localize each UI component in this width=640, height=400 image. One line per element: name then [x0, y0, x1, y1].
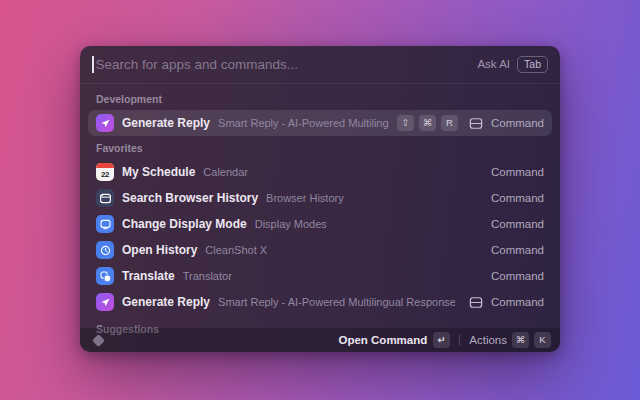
ask-ai-button[interactable]: Ask AI Tab — [477, 56, 548, 73]
k-key-badge: K — [534, 332, 551, 348]
shift-key-badge: ⇧ — [397, 115, 414, 131]
smart-reply-icon — [96, 293, 114, 311]
item-type-label: Command — [491, 117, 544, 129]
item-title: My Schedule — [122, 165, 195, 179]
launcher-window: Ask AI Tab Development Generate Reply Sm… — [80, 46, 560, 352]
item-type-label: Command — [491, 166, 544, 178]
item-subtitle: Display Modes — [255, 218, 327, 230]
translate-icon — [96, 267, 114, 285]
item-subtitle: Calendar — [203, 166, 248, 178]
item-type-label: Command — [491, 192, 544, 204]
results-list: Development Generate Reply Smart Reply -… — [80, 84, 560, 336]
actions-label: Actions — [469, 334, 507, 346]
open-command-label: Open Command — [338, 334, 427, 346]
item-title: Change Display Mode — [122, 217, 247, 231]
clock-history-icon — [96, 241, 114, 259]
display-mode-icon — [96, 215, 114, 233]
item-subtitle: Smart Reply - AI-Powered Multilingual Re… — [218, 296, 455, 308]
actions-button[interactable]: Actions ⌘ K — [469, 332, 551, 348]
calendar-icon: 22 — [96, 163, 114, 181]
command-key-badge: ⌘ — [419, 115, 436, 131]
window-icon — [469, 117, 483, 130]
open-command-button[interactable]: Open Command ↵ — [338, 332, 450, 348]
item-title: Open History — [122, 243, 197, 257]
item-type-label: Command — [491, 218, 544, 230]
footer-divider — [459, 334, 460, 346]
item-type-label: Command — [491, 270, 544, 282]
item-type-label: Command — [491, 244, 544, 256]
item-subtitle: Translator — [183, 270, 232, 282]
section-header-development: Development — [96, 92, 544, 106]
ask-ai-label: Ask AI — [477, 58, 510, 70]
list-item-translate[interactable]: Translate Translator Command — [88, 263, 552, 289]
list-item-generate-reply-fav[interactable]: Generate Reply Smart Reply - AI-Powered … — [88, 289, 552, 315]
return-key-badge: ↵ — [433, 332, 450, 348]
browser-history-icon — [96, 189, 114, 207]
footer-bar: Open Command ↵ Actions ⌘ K — [80, 327, 560, 352]
smart-reply-icon — [96, 114, 114, 132]
list-item-my-schedule[interactable]: 22 My Schedule Calendar Command — [88, 159, 552, 185]
item-subtitle: CleanShot X — [205, 244, 267, 256]
item-title: Translate — [122, 269, 175, 283]
r-key-badge: R — [441, 115, 458, 131]
item-type-label: Command — [491, 296, 544, 308]
item-title: Generate Reply — [122, 116, 210, 130]
raycast-logo-icon — [89, 336, 107, 345]
item-title: Generate Reply — [122, 295, 210, 309]
calendar-day-number: 22 — [96, 168, 114, 181]
window-icon — [469, 296, 483, 309]
item-subtitle: Browser History — [266, 192, 344, 204]
item-title: Search Browser History — [122, 191, 258, 205]
tab-key-badge: Tab — [517, 56, 548, 73]
list-item-generate-reply-dev[interactable]: Generate Reply Smart Reply - AI-Powered … — [88, 110, 552, 136]
item-subtitle: Smart Reply - AI-Powered Multilingual Re… — [218, 117, 389, 129]
text-caret — [92, 56, 94, 73]
list-item-search-browser-history[interactable]: Search Browser History Browser History C… — [88, 185, 552, 211]
list-item-change-display-mode[interactable]: Change Display Mode Display Modes Comman… — [88, 211, 552, 237]
command-key-badge: ⌘ — [512, 332, 529, 348]
search-input[interactable] — [96, 57, 478, 72]
list-item-open-history[interactable]: Open History CleanShot X Command — [88, 237, 552, 263]
section-header-favorites: Favorites — [96, 141, 544, 155]
search-bar: Ask AI Tab — [80, 46, 560, 84]
